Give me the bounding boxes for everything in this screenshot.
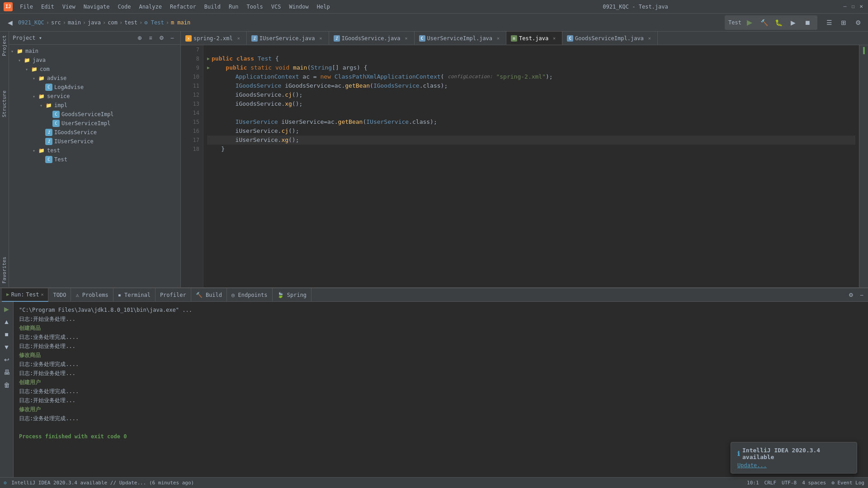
tab-goodsserviceimpl[interactable]: C GoodsServiceImpl.java ✕	[562, 32, 658, 45]
run-arrow-8[interactable]: ▶	[207, 54, 210, 63]
panel-locate-btn[interactable]: ⊕	[135, 33, 144, 42]
status-bar: ⚙ IntelliJ IDEA 2020.3.4 available // Up…	[0, 477, 868, 488]
tree-item-service[interactable]: ▾📁service	[9, 92, 180, 101]
breadcrumb-main[interactable]: main	[68, 19, 81, 26]
rerun-button[interactable]: ▶	[1, 304, 12, 314]
tree-item-main[interactable]: ▾📁main	[9, 47, 180, 56]
stop-button[interactable]: ⏹	[801, 16, 814, 29]
structure-button[interactable]: ☰	[823, 16, 835, 29]
print-btn[interactable]: 🖶	[1, 367, 12, 378]
menu-window[interactable]: Window	[285, 3, 312, 11]
toolbar: ◀ 0921_KQC › src › main › java › com › t…	[0, 14, 868, 32]
build-button[interactable]: 🔨	[758, 16, 770, 29]
panel-collapse-btn[interactable]: ≡	[146, 33, 155, 42]
coverage-button[interactable]: ▶	[787, 16, 799, 29]
tree-item-com[interactable]: ▾📁com	[9, 65, 180, 74]
tab-close-iuserservice[interactable]: ✕	[318, 35, 324, 42]
scroll-down-btn[interactable]: ▼	[1, 342, 12, 352]
maximize-button[interactable]: □	[850, 4, 856, 10]
tab-test[interactable]: m Test.java ✕	[506, 32, 562, 45]
tab-iuserservice[interactable]: I IUserService.java ✕	[247, 32, 329, 45]
bottom-settings-btn[interactable]: ⚙	[846, 291, 855, 300]
tree-item-test[interactable]: CTest	[9, 155, 180, 164]
tree-item-iuserservice[interactable]: IIUserService	[9, 137, 180, 146]
tree-item-advise[interactable]: ▾📁advise	[9, 74, 180, 83]
bottom-tab-build[interactable]: 🔨 Build	[191, 288, 227, 302]
run-tab-close[interactable]: ✕	[41, 292, 43, 297]
tab-close-userserviceimpl[interactable]: ✕	[495, 35, 501, 42]
status-message[interactable]: IntelliJ IDEA 2020.3.4 available // Upda…	[11, 480, 194, 486]
menu-refactor[interactable]: Refactor	[166, 3, 200, 11]
panel-settings-btn[interactable]: ⚙	[157, 33, 166, 42]
minimize-button[interactable]: ─	[842, 4, 848, 10]
menu-analyze[interactable]: Analyze	[135, 3, 165, 11]
bottom-tab-endpoints[interactable]: ◎ Endpoints	[227, 288, 272, 302]
run-config-label: Test	[728, 19, 741, 26]
menu-navigate[interactable]: Navigate	[80, 3, 113, 11]
breadcrumb-java[interactable]: java	[88, 19, 101, 26]
code-content[interactable]: ▶ public class Test { ▶ public static vo…	[203, 45, 859, 287]
tab-spring-xml[interactable]: x spring-2.xml ✕	[181, 32, 247, 45]
run-button[interactable]: ▶	[743, 16, 756, 29]
event-log-btn[interactable]: ⚙ Event Log	[831, 480, 864, 486]
scroll-up-btn[interactable]: ▲	[1, 316, 12, 327]
tab-close-test[interactable]: ✕	[551, 35, 557, 42]
bottom-tab-problems[interactable]: ⚠ Problems	[71, 288, 113, 302]
soft-wrap-btn[interactable]: ↩	[1, 354, 12, 365]
breadcrumb-com[interactable]: com	[108, 19, 118, 26]
panel-gear-btn[interactable]: –	[168, 33, 177, 42]
editor-area: x spring-2.xml ✕ I IUserService.java ✕ I…	[181, 32, 868, 287]
bottom-tab-spring[interactable]: 🍃 Spring	[273, 288, 312, 302]
tab-close-igoodsservice[interactable]: ✕	[403, 35, 410, 42]
menu-edit[interactable]: Edit	[38, 3, 58, 11]
breadcrumb-main-method[interactable]: m main	[171, 19, 190, 26]
bottom-tab-profiler[interactable]: Profiler	[156, 288, 191, 302]
tree-item-igoodsservice[interactable]: IIGoodsService	[9, 128, 180, 137]
menu-view[interactable]: View	[59, 3, 79, 11]
run-arrow-9[interactable]: ▶	[207, 63, 210, 72]
close-button[interactable]: ✕	[858, 4, 864, 10]
code-line-16: iUserService.cj();	[207, 127, 855, 136]
menu-run[interactable]: Run	[225, 3, 242, 11]
tab-close-goodsserviceimpl[interactable]: ✕	[646, 35, 653, 42]
project-side-tab[interactable]: Project	[0, 32, 8, 60]
search-button[interactable]: ⊞	[837, 16, 850, 29]
stop-run-btn[interactable]: ■	[1, 329, 12, 340]
debug-button[interactable]: 🐛	[772, 16, 785, 29]
class-icon: C	[45, 156, 52, 163]
code-line-10: ApplicationContext ac = new ClassPathXml…	[207, 72, 855, 81]
tab-igoodsservice[interactable]: I IGoodsService.java ✕	[329, 32, 415, 45]
menu-file[interactable]: File	[16, 3, 37, 11]
interface-icon: I	[45, 129, 52, 136]
menu-build[interactable]: Build	[201, 3, 224, 11]
bottom-tab-run[interactable]: ▶ Run: Test ✕	[2, 288, 48, 302]
tree-item-test[interactable]: ▾📁test	[9, 146, 180, 155]
menu-code[interactable]: Code	[114, 3, 135, 11]
breadcrumb-project[interactable]: 0921_KQC	[18, 19, 44, 26]
tree-item-userserviceimpl[interactable]: CUserServiceImpl	[9, 119, 180, 128]
tree-item-java[interactable]: ▾📁java	[9, 56, 180, 65]
notification-update-link[interactable]: Update...	[737, 462, 767, 469]
settings-button[interactable]: ⚙	[852, 16, 864, 29]
structure-side-tab[interactable]: Structure	[0, 87, 8, 121]
tree-item-goodsserviceimpl[interactable]: CGoodsServiceImpl	[9, 110, 180, 119]
breadcrumb-Test[interactable]: ⚙ Test	[144, 19, 164, 26]
favorites-side-tab[interactable]: Favorites	[0, 253, 8, 287]
menu-tools[interactable]: Tools	[243, 3, 267, 11]
menu-help[interactable]: Help	[313, 3, 334, 11]
back-button[interactable]: ◀	[4, 16, 16, 29]
right-sidebar-scrollbar[interactable]	[859, 45, 868, 287]
code-line-12: iGoodsService.cj();	[207, 90, 855, 99]
output-log-5: 日志:开始业务处理...	[19, 369, 863, 378]
breadcrumb-src[interactable]: src	[51, 19, 61, 26]
bottom-tab-terminal[interactable]: ▪ Terminal	[113, 288, 156, 302]
clear-btn[interactable]: 🗑	[1, 380, 12, 390]
tab-close-spring-xml[interactable]: ✕	[236, 35, 242, 42]
breadcrumb-test[interactable]: test	[124, 19, 137, 26]
bottom-minimize-btn[interactable]: –	[857, 291, 866, 300]
tab-userserviceimpl[interactable]: C UserServiceImpl.java ✕	[415, 32, 507, 45]
bottom-tab-todo[interactable]: TODO	[48, 288, 71, 302]
menu-vcs[interactable]: VCS	[268, 3, 285, 11]
tree-item-logadvise[interactable]: CLogAdvise	[9, 83, 180, 92]
tree-item-impl[interactable]: ▾📁impl	[9, 101, 180, 110]
